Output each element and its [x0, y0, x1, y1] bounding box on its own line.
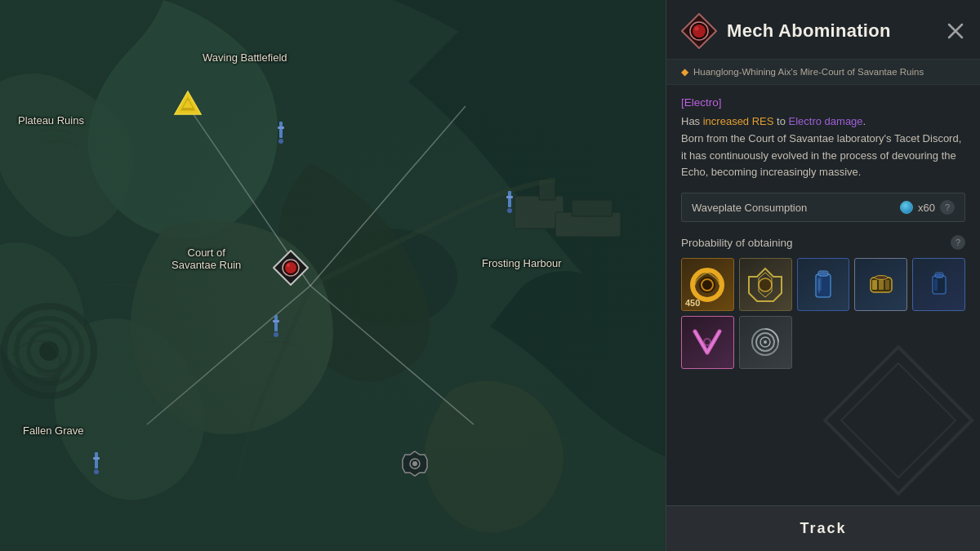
item-icon-3	[798, 259, 849, 310]
item-icon-5	[913, 259, 964, 310]
info-panel: Mech Abomination ◆ Huanglong-Whining Aix…	[666, 0, 980, 551]
compass-icon[interactable]	[946, 21, 965, 41]
desc-highlight-electro: Electro damage	[789, 115, 863, 127]
nav-marker[interactable]	[173, 90, 203, 119]
boss-icon	[681, 13, 717, 49]
description-text: Has increased RES to Electro damage. Bor…	[681, 113, 965, 181]
svg-point-61	[935, 274, 943, 278]
probability-header: Probability of obtaining ?	[681, 235, 965, 250]
probability-label: Probability of obtaining	[681, 237, 793, 249]
svg-rect-32	[93, 457, 100, 460]
svg-rect-29	[273, 320, 279, 322]
small-marker-4	[91, 452, 101, 475]
item-grid-row1: 450	[681, 258, 965, 311]
item-card-4[interactable]	[854, 258, 907, 311]
item-icon-7	[740, 317, 791, 368]
element-tag: [Electro]	[681, 96, 965, 109]
svg-point-36	[412, 461, 417, 466]
waveplate-help-button[interactable]: ?	[940, 200, 955, 215]
probability-help-button[interactable]: ?	[951, 235, 965, 250]
item-card-2[interactable]	[739, 258, 792, 311]
svg-rect-54	[872, 280, 877, 290]
svg-point-66	[764, 340, 767, 344]
item-card-5[interactable]	[912, 258, 965, 311]
svg-point-40	[695, 27, 699, 31]
waveplate-row: Waveplate Consumption x60 ?	[681, 193, 965, 222]
panel-body: [Electro] Has increased RES to Electro d…	[666, 85, 980, 505]
waveplate-gem-icon	[900, 201, 913, 214]
item-card-6[interactable]	[681, 316, 734, 369]
svg-rect-23	[278, 127, 284, 129]
svg-point-30	[274, 332, 278, 337]
item-card-1[interactable]: 450	[681, 258, 734, 311]
small-marker-2	[505, 191, 514, 214]
map-section[interactable]: Plateau Ruins Waving Battlefield Court o…	[0, 0, 666, 551]
location-bar: ◆ Huanglong-Whining Aix's Mire-Court of …	[666, 60, 980, 85]
svg-rect-26	[506, 196, 513, 198]
svg-point-39	[693, 24, 706, 38]
item-card-3[interactable]	[797, 258, 850, 311]
svg-point-51	[818, 273, 828, 276]
svg-point-62	[704, 339, 710, 345]
location-text: Huanglong-Whining Aix's Mire-Court of Sa…	[693, 67, 924, 77]
svg-rect-56	[885, 280, 889, 290]
waveplate-label: Waveplate Consumption	[692, 202, 807, 214]
svg-point-24	[278, 139, 283, 144]
item-count-1: 450	[685, 298, 700, 308]
small-marker-1	[276, 122, 286, 144]
svg-point-20	[285, 262, 296, 273]
svg-rect-28	[274, 315, 278, 331]
svg-point-21	[287, 264, 290, 267]
svg-rect-31	[95, 452, 98, 469]
svg-rect-60	[934, 279, 938, 291]
item-grid-row2	[681, 316, 965, 369]
svg-rect-22	[279, 122, 283, 138]
svg-point-47	[759, 278, 772, 291]
waveplate-count: x60	[918, 202, 935, 214]
item-card-7[interactable]	[739, 316, 792, 369]
location-pin-icon: ◆	[681, 66, 688, 78]
gear-marker	[402, 451, 428, 480]
track-button[interactable]: Track	[666, 505, 980, 551]
desc-highlight-res: increased RES	[703, 115, 774, 127]
svg-point-27	[507, 208, 512, 213]
panel-title: Mech Abomination	[727, 20, 936, 42]
svg-point-57	[875, 275, 888, 279]
svg-rect-55	[879, 280, 884, 290]
waveplate-right: x60 ?	[900, 200, 955, 215]
small-marker-3	[271, 315, 281, 338]
svg-point-33	[94, 469, 99, 474]
boss-marker[interactable]	[273, 250, 309, 286]
svg-rect-25	[508, 191, 511, 207]
item-icon-6	[682, 317, 733, 368]
probability-section: Probability of obtaining ? 450	[681, 235, 965, 369]
item-icon-4	[855, 259, 906, 310]
panel-header: Mech Abomination	[666, 0, 980, 60]
item-icon-2	[740, 259, 791, 310]
